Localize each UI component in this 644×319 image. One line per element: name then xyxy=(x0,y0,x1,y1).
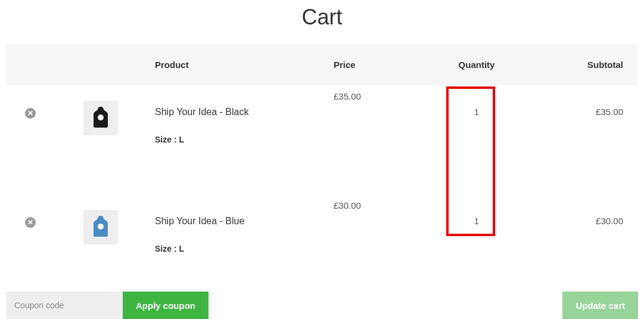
col-quantity-header: Quantity xyxy=(423,44,530,85)
cart-actions: Apply coupon Update cart xyxy=(6,292,638,319)
product-name[interactable]: Ship Your Idea - Black xyxy=(155,107,322,117)
product-subtotal: £35.00 xyxy=(530,85,637,160)
product-quantity[interactable]: 1 xyxy=(423,194,530,269)
update-cart-button[interactable]: Update cart xyxy=(562,292,638,319)
hoodie-icon xyxy=(87,213,114,241)
product-meta-label: Size : xyxy=(155,244,179,253)
product-price: £30.00 xyxy=(328,194,423,269)
product-quantity[interactable]: 1 xyxy=(423,85,530,160)
col-thumb-header xyxy=(66,44,149,85)
hoodie-icon xyxy=(87,104,114,132)
cart-wrapper: Product Price Quantity Subtotal ✕ xyxy=(0,44,644,269)
product-meta-value: L xyxy=(179,135,184,144)
col-remove-header xyxy=(6,44,66,85)
col-subtotal-header: Subtotal xyxy=(530,44,637,85)
page-title: Cart xyxy=(0,0,644,44)
col-product-header: Product xyxy=(149,44,328,85)
product-subtotal: £30.00 xyxy=(530,194,637,269)
product-meta-label: Size : xyxy=(155,135,179,144)
product-thumbnail[interactable] xyxy=(83,101,118,135)
apply-coupon-button[interactable]: Apply coupon xyxy=(123,292,209,319)
remove-item-icon[interactable]: ✕ xyxy=(25,108,36,119)
coupon-code-input[interactable] xyxy=(6,292,123,319)
cart-table: Product Price Quantity Subtotal ✕ xyxy=(6,44,637,269)
svg-point-0 xyxy=(98,114,104,120)
table-row: ✕ Ship Your Idea - Black Size : L £35.00 xyxy=(6,85,637,160)
cart-header: Product Price Quantity Subtotal xyxy=(6,44,637,85)
product-price: £35.00 xyxy=(328,85,423,160)
table-row: ✕ Ship Your Idea - Blue Size : L £30.00 … xyxy=(6,194,637,269)
product-meta-value: L xyxy=(179,244,184,253)
product-name[interactable]: Ship Your Idea - Blue xyxy=(155,216,322,227)
product-thumbnail[interactable] xyxy=(83,210,118,244)
svg-point-1 xyxy=(98,224,104,230)
col-price-header: Price xyxy=(328,44,423,85)
remove-item-icon[interactable]: ✕ xyxy=(25,217,36,228)
